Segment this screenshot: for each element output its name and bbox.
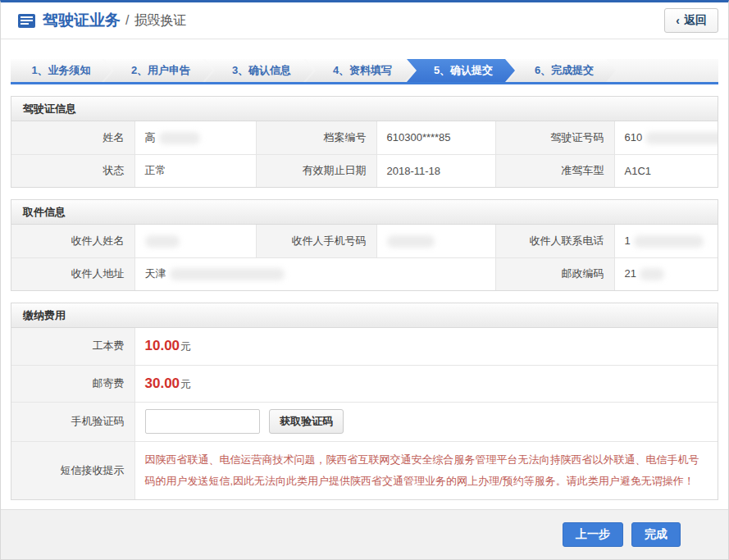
fee-table: 工本费 10.00元 邮寄费 30.00元 手机验证码 获取验证码	[11, 328, 718, 499]
production-fee-value: 10.00元	[134, 328, 718, 365]
page-subtitle: 损毁换证	[134, 12, 186, 30]
license-business-icon	[17, 13, 36, 29]
table-row: 短信接收提示 因陕西省联通、电信运营商技术问题，陕西省互联网交通安全综合服务管理…	[11, 441, 718, 499]
redaction-smudge	[634, 235, 704, 248]
step-4-fill-data: 4、资料填写	[306, 59, 414, 82]
status-label: 状态	[11, 154, 134, 187]
step-2-user-declaration: 2、用户申告	[104, 59, 212, 82]
table-row: 手机验证码 获取验证码	[11, 402, 718, 441]
license-info-section: 驾驶证信息 姓名 高 档案编号 610300****85 驾驶证号码 610 状…	[11, 96, 718, 188]
chevron-left-icon: ‹	[676, 14, 680, 27]
license-number-value: 610	[614, 121, 718, 154]
recipient-name-label: 收件人姓名	[11, 225, 134, 257]
pickup-info-table: 收件人姓名 收件人手机号码 收件人联系电话 1 收件人地址 天津 邮政编码 21	[11, 225, 718, 290]
name-label: 姓名	[11, 121, 134, 154]
table-row: 状态 正常 有效期止日期 2018-11-18 准驾车型 A1C1	[11, 154, 718, 187]
postage-fee-value: 30.00元	[134, 365, 718, 402]
recipient-mobile-label: 收件人手机号码	[256, 225, 376, 257]
step-3-confirm-info: 3、确认信息	[205, 59, 313, 82]
sms-notice-label: 短信接收提示	[11, 441, 134, 499]
footer-bar: 上一步 完成	[1, 509, 728, 559]
vehicle-class-label: 准驾车型	[495, 154, 614, 187]
name-value: 高	[134, 121, 256, 154]
redaction-smudge	[640, 268, 664, 280]
step-1-business-notice: 1、业务须知	[11, 59, 112, 82]
postage-fee-label: 邮寄费	[11, 365, 134, 402]
license-info-section-title: 驾驶证信息	[11, 97, 718, 121]
table-row: 收件人地址 天津 邮政编码 21	[11, 257, 718, 290]
recipient-address-label: 收件人地址	[11, 257, 134, 290]
recipient-mobile-value	[376, 225, 495, 257]
back-button-label: 返回	[684, 13, 707, 28]
pickup-info-section-title: 取件信息	[11, 200, 718, 225]
page: 驾驶证业务 / 损毁换证 ‹ 返回 1、业务须知 2、用户申告 3、确认信息 4…	[0, 0, 729, 560]
sms-code-input[interactable]	[145, 409, 260, 434]
redaction-smudge	[145, 235, 180, 248]
production-fee-label: 工本费	[11, 328, 134, 365]
redaction-smudge	[387, 235, 435, 248]
expiry-date-value: 2018-11-18	[376, 154, 495, 187]
sms-notice-text: 因陕西省联通、电信运营商技术问题，陕西省互联网交通安全综合服务管理平台无法向持陕…	[145, 453, 699, 487]
license-number-label: 驾驶证号码	[495, 121, 614, 154]
sms-code-label: 手机验证码	[11, 402, 134, 441]
pickup-info-section: 取件信息 收件人姓名 收件人手机号码 收件人联系电话 1 收件人地址 天津	[11, 199, 718, 291]
vehicle-class-value: A1C1	[614, 154, 718, 187]
fee-section: 缴纳费用 工本费 10.00元 邮寄费 30.00元	[11, 303, 718, 500]
table-row: 收件人姓名 收件人手机号码 收件人联系电话 1	[11, 225, 718, 257]
table-row: 邮寄费 30.00元	[11, 365, 718, 402]
file-number-value: 610300****85	[376, 121, 495, 154]
license-info-table: 姓名 高 档案编号 610300****85 驾驶证号码 610 状态 正常 有…	[11, 121, 718, 187]
back-button[interactable]: ‹ 返回	[664, 8, 718, 33]
breadcrumb: 驾驶证业务 / 损毁换证	[17, 10, 186, 31]
finish-button[interactable]: 完成	[631, 522, 681, 547]
postal-code-label: 邮政编码	[495, 257, 614, 290]
recipient-name-value	[134, 225, 256, 257]
get-sms-code-button[interactable]: 获取验证码	[269, 409, 344, 434]
wizard-steps-bar: 1、业务须知 2、用户申告 3、确认信息 4、资料填写 5、确认提交 6、完成提…	[11, 59, 718, 84]
status-value: 正常	[134, 154, 256, 187]
recipient-phone-value: 1	[614, 225, 718, 257]
page-title: 驾驶证业务	[43, 10, 121, 31]
fee-section-title: 缴纳费用	[11, 303, 718, 328]
recipient-address-value: 天津	[134, 257, 495, 290]
expiry-date-label: 有效期止日期	[256, 154, 376, 187]
step-5-confirm-submit: 5、确认提交	[407, 59, 515, 82]
redaction-smudge	[645, 132, 718, 144]
redaction-smudge	[159, 132, 200, 144]
file-number-label: 档案编号	[256, 121, 376, 154]
redaction-smudge	[170, 268, 285, 280]
top-bar: 驾驶证业务 / 损毁换证 ‹ 返回	[1, 2, 728, 39]
breadcrumb-separator: /	[125, 13, 129, 28]
previous-step-button[interactable]: 上一步	[563, 522, 623, 547]
step-6-complete-submit: 6、完成提交	[508, 59, 616, 82]
recipient-phone-label: 收件人联系电话	[495, 225, 614, 257]
table-row: 工本费 10.00元	[11, 328, 718, 365]
sms-notice-cell: 因陕西省联通、电信运营商技术问题，陕西省互联网交通安全综合服务管理平台无法向持陕…	[134, 441, 718, 499]
table-row: 姓名 高 档案编号 610300****85 驾驶证号码 610	[11, 121, 718, 154]
postal-code-value: 21	[614, 257, 718, 290]
sms-code-cell: 获取验证码	[134, 402, 718, 441]
main-content: 驾驶证信息 姓名 高 档案编号 610300****85 驾驶证号码 610 状…	[1, 84, 728, 500]
